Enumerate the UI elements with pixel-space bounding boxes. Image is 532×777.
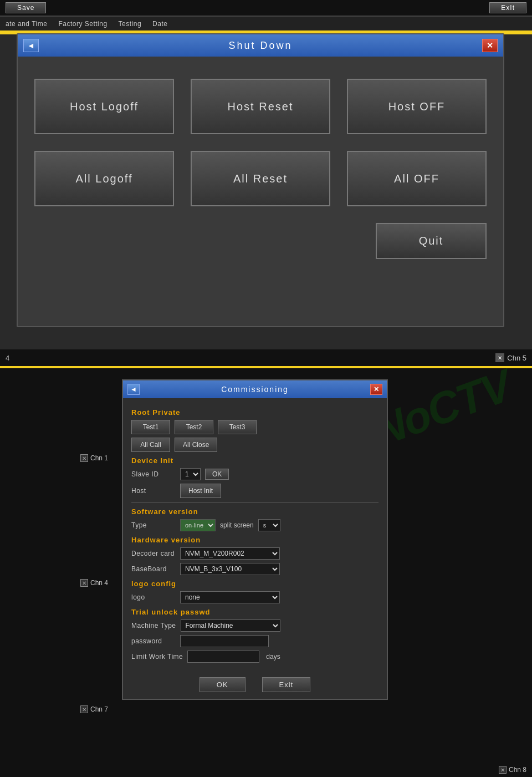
commissioning-title: Commissioning bbox=[140, 385, 370, 394]
baseboard-select[interactable]: NVM_B_3x3_V100 bbox=[180, 563, 280, 575]
chn4-label: Chn 4 bbox=[90, 579, 108, 587]
nav-tab-factory[interactable]: Factory Setting bbox=[58, 20, 107, 28]
commissioning-body: Root Private Test1 Test2 Test3 All Call … bbox=[123, 398, 387, 672]
limit-work-time-input[interactable] bbox=[187, 651, 259, 663]
trial-unlock-title: Trial unlock passwd bbox=[131, 608, 378, 616]
top-section: Save ExIt ate and Time Factory Setting T… bbox=[0, 0, 532, 366]
chn4-checkbox[interactable]: ✕ bbox=[80, 579, 88, 587]
root-private-title: Root Private bbox=[131, 408, 378, 417]
host-label: Host bbox=[131, 487, 176, 495]
host-init-row: Host Host Init bbox=[131, 484, 378, 498]
type-label: Type bbox=[131, 521, 176, 529]
quit-spacer bbox=[34, 223, 330, 259]
all-close-button[interactable]: All Close bbox=[175, 438, 217, 452]
chn8-indicator: ✕ Chn 8 bbox=[499, 766, 526, 774]
hardware-version-title: Hardware version bbox=[131, 536, 378, 544]
software-type-select[interactable]: on-lineoff-line bbox=[180, 519, 216, 531]
exit-button[interactable]: ExIt bbox=[489, 2, 526, 13]
nav-tab-date[interactable]: Date bbox=[152, 20, 167, 28]
root-private-test-buttons: Test1 Test2 Test3 bbox=[131, 420, 378, 434]
host-logoff-button[interactable]: Host Logoff bbox=[34, 79, 174, 134]
channel-5-indicator: ✕ Chn 5 bbox=[495, 353, 526, 362]
top-toolbar: Save ExIt bbox=[0, 0, 532, 17]
shutdown-title-bar: ◄ Shut Down ✕ bbox=[18, 34, 503, 57]
chn1-indicator: ✕ Chn 1 bbox=[80, 454, 108, 462]
commissioning-exit-button[interactable]: Exit bbox=[262, 677, 311, 692]
machine-type-label: Machine Type bbox=[131, 622, 176, 629]
baseboard-label: BaseBoard bbox=[131, 565, 176, 573]
decoder-card-row: Decoder card NVM_M_V200R002 bbox=[131, 547, 378, 560]
test3-button[interactable]: Test3 bbox=[218, 420, 257, 434]
machine-type-row: Machine Type Formal Machine Trial Machin… bbox=[131, 619, 378, 632]
logo-select[interactable]: none bbox=[180, 591, 280, 603]
bottom-section: FocNoCTV ✕ Chn 1 ✕ Chn 4 ✕ Chn 7 ◄ Commi… bbox=[0, 368, 532, 777]
quit-button[interactable]: Quit bbox=[376, 223, 487, 259]
all-off-button[interactable]: All OFF bbox=[347, 151, 487, 206]
commissioning-ok-button[interactable]: OK bbox=[200, 677, 245, 692]
slave-id-row: Slave ID 123 OK bbox=[131, 468, 378, 480]
logo-row: logo none bbox=[131, 591, 378, 603]
logo-label: logo bbox=[131, 593, 176, 601]
chn7-checkbox[interactable]: ✕ bbox=[80, 705, 88, 713]
shutdown-back-button[interactable]: ◄ bbox=[23, 39, 39, 52]
host-reset-button[interactable]: Host Reset bbox=[191, 79, 330, 134]
commissioning-close-button[interactable]: ✕ bbox=[370, 384, 382, 395]
password-input[interactable] bbox=[180, 635, 269, 647]
device-init-title: Device Init bbox=[131, 456, 378, 465]
chn8-label: Chn 8 bbox=[509, 766, 526, 774]
password-label: password bbox=[131, 637, 176, 645]
split-screen-label: split screen bbox=[220, 521, 254, 529]
chn1-label: Chn 1 bbox=[90, 454, 108, 462]
nav-tab-testing[interactable]: Testing bbox=[119, 20, 142, 28]
nav-tab-datetime[interactable]: ate and Time bbox=[6, 20, 47, 28]
decoder-card-select[interactable]: NVM_M_V200R002 bbox=[180, 547, 280, 560]
test2-button[interactable]: Test2 bbox=[175, 420, 213, 434]
software-type-row: Type on-lineoff-line split screen sml bbox=[131, 519, 378, 531]
decoder-card-label: Decoder card bbox=[131, 550, 176, 557]
top-bottom-bar: 4 ✕ Chn 5 bbox=[0, 349, 532, 366]
commissioning-footer: OK Exit bbox=[123, 672, 387, 699]
nav-tabs-row: ate and Time Factory Setting Testing Dat… bbox=[0, 17, 532, 32]
all-reset-button[interactable]: All Reset bbox=[191, 151, 330, 206]
chn5-x-icon: ✕ bbox=[495, 353, 504, 362]
shutdown-dialog: ◄ Shut Down ✕ Host Logoff Host Reset Hos… bbox=[17, 33, 504, 327]
chn1-checkbox[interactable]: ✕ bbox=[80, 454, 88, 462]
slave-id-select[interactable]: 123 bbox=[180, 468, 201, 480]
all-logoff-button[interactable]: All Logoff bbox=[34, 151, 174, 206]
chn8-checkbox[interactable]: ✕ bbox=[499, 766, 507, 774]
logo-config-title: logo config bbox=[131, 580, 378, 588]
baseboard-row: BaseBoard NVM_B_3x3_V100 bbox=[131, 563, 378, 575]
split-screen-select[interactable]: sml bbox=[258, 519, 280, 531]
host-off-button[interactable]: Host OFF bbox=[347, 79, 487, 134]
host-init-button[interactable]: Host Init bbox=[180, 484, 221, 498]
slave-ok-button[interactable]: OK bbox=[205, 469, 229, 480]
quit-row: Quit bbox=[347, 223, 487, 259]
chn5-label: Chn 5 bbox=[507, 354, 526, 362]
machine-type-select[interactable]: Formal Machine Trial Machine bbox=[181, 619, 280, 632]
test1-button[interactable]: Test1 bbox=[131, 420, 170, 434]
commissioning-back-button[interactable]: ◄ bbox=[127, 384, 140, 395]
shutdown-close-button[interactable]: ✕ bbox=[482, 39, 498, 52]
chn4-indicator: ✕ Chn 4 bbox=[80, 579, 108, 587]
software-version-title: Software version bbox=[131, 507, 378, 516]
days-label: days bbox=[266, 653, 280, 661]
root-private-call-buttons: All Call All Close bbox=[131, 438, 378, 452]
password-row: password bbox=[131, 635, 378, 647]
chn7-indicator: ✕ Chn 7 bbox=[80, 705, 108, 713]
all-call-button[interactable]: All Call bbox=[131, 438, 170, 452]
shutdown-title: Shut Down bbox=[39, 40, 482, 52]
channel-num-left: 4 bbox=[6, 354, 9, 362]
commissioning-dialog: ◄ Commissioning ✕ Root Private Test1 Tes… bbox=[122, 379, 388, 700]
limit-work-time-label: Limit Work Time bbox=[131, 653, 183, 661]
save-button[interactable]: Save bbox=[6, 2, 46, 13]
limit-work-time-row: Limit Work Time days bbox=[131, 651, 378, 663]
shutdown-dialog-body: Host Logoff Host Reset Host OFF All Logo… bbox=[18, 57, 503, 281]
divider-1 bbox=[131, 502, 378, 503]
chn7-label: Chn 7 bbox=[90, 705, 108, 713]
slave-id-label: Slave ID bbox=[131, 470, 176, 478]
commissioning-title-bar: ◄ Commissioning ✕ bbox=[123, 380, 387, 398]
